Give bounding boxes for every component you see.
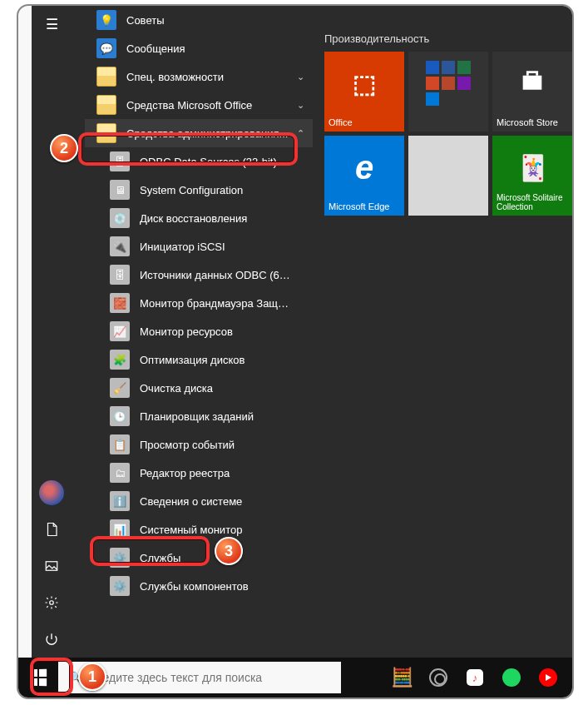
tile-label: Office <box>329 117 400 127</box>
app-list: 💡 Советы 💬 Сообщения Спец. возможности ⌄… <box>85 6 313 658</box>
tile-store[interactable]: Microsoft Store <box>492 52 572 132</box>
app-label: Службы компонентов <box>140 580 291 593</box>
iscsi-icon: 🔌 <box>110 236 130 256</box>
defrag-icon: 🧩 <box>110 350 130 370</box>
regedit-icon: 🗂 <box>110 463 130 483</box>
app-tips[interactable]: 💡 Советы <box>85 6 313 34</box>
folder-icon <box>96 95 116 115</box>
start-button[interactable] <box>18 658 58 698</box>
app-label: Источники данных ODBC (64-раз... <box>140 269 291 281</box>
app-label: Редактор реестра <box>140 467 291 479</box>
svg-rect-0 <box>46 562 57 571</box>
taskbar: 🔍 🧮 ♪ <box>18 658 572 698</box>
start-menu: ☰ 💡 Советы 💬 Сообщени <box>32 6 572 658</box>
chevron-down-icon: ⌄ <box>297 72 304 82</box>
app-label: Средства администрирования... <box>126 127 291 140</box>
event-icon: 📋 <box>110 434 130 454</box>
app-label: Очистка диска <box>140 382 291 395</box>
app-task-scheduler[interactable]: 🕒 Планировщик заданий <box>85 402 313 430</box>
app-services[interactable]: ⚙️ Службы <box>85 544 313 572</box>
app-label: Инициатор iSCSI <box>140 241 291 253</box>
app-label: Оптимизация дисков <box>140 354 291 366</box>
app-label: Сведения о системе <box>140 495 291 508</box>
folder-icon <box>96 123 116 143</box>
taskbar-spotify[interactable] <box>494 658 529 698</box>
app-defrag[interactable]: 🧩 Оптимизация дисков <box>85 345 313 374</box>
start-left-rail: ☰ <box>32 6 72 658</box>
app-label: Монитор брандмауэра Защитник... <box>140 297 291 310</box>
tile-office[interactable]: ⬚ Office <box>324 52 404 132</box>
app-odbc-64[interactable]: 🗄 Источники данных ODBC (64-раз... <box>85 261 313 289</box>
app-disk-cleanup[interactable]: 🧹 Очистка диска <box>85 374 313 402</box>
cleanup-icon: 🧹 <box>110 378 130 398</box>
edge-icon: e <box>355 149 373 186</box>
tile-label: Microsoft Store <box>497 117 568 127</box>
recovery-icon: 💿 <box>110 208 130 228</box>
app-resource-monitor[interactable]: 📈 Монитор ресурсов <box>85 317 313 345</box>
store-icon <box>518 67 546 101</box>
office-apps-icon <box>426 61 471 106</box>
tile-blank[interactable] <box>408 136 488 216</box>
taskbar-itunes[interactable]: ♪ <box>457 658 492 698</box>
app-performance-monitor[interactable]: 📊 Системный монитор <box>85 515 313 544</box>
search-box[interactable]: 🔍 <box>58 662 341 693</box>
hamburger-button[interactable]: ☰ <box>32 6 72 42</box>
app-label: System Configuration <box>140 184 291 196</box>
compservices-icon: ⚙️ <box>110 576 130 596</box>
tiles-area: Производительность ⬚ Office <box>324 32 556 216</box>
power-button[interactable] <box>32 621 72 658</box>
search-input[interactable] <box>89 671 331 684</box>
podcast-icon <box>429 668 447 687</box>
picture-icon <box>44 559 59 573</box>
app-system-info[interactable]: ℹ️ Сведения о системе <box>85 487 313 515</box>
firewall-icon: 🧱 <box>110 293 130 313</box>
calculator-icon: 🧮 <box>391 667 413 688</box>
document-icon <box>44 522 59 537</box>
lightbulb-icon: 💡 <box>96 10 116 30</box>
app-firewall-monitor[interactable]: 🧱 Монитор брандмауэра Защитник... <box>85 289 313 317</box>
chevron-down-icon: ⌄ <box>297 100 304 111</box>
tile-office-apps[interactable] <box>408 52 488 132</box>
folder-ms-office[interactable]: Средства Microsoft Office ⌄ <box>85 91 313 119</box>
services-icon: ⚙️ <box>110 548 130 568</box>
settings-button[interactable] <box>32 584 72 621</box>
documents-button[interactable] <box>32 511 72 548</box>
search-icon: 🔍 <box>68 671 82 684</box>
itunes-icon: ♪ <box>467 669 483 686</box>
app-label: Просмотр событий <box>140 439 291 451</box>
user-avatar-button[interactable] <box>32 474 72 511</box>
app-recovery-drive[interactable]: 💿 Диск восстановления <box>85 204 313 232</box>
perfmon-icon: 📊 <box>110 519 130 539</box>
taskbar-pocketcasts[interactable] <box>421 658 456 698</box>
scheduler-icon: 🕒 <box>110 406 130 426</box>
taskbar-calculator[interactable]: 🧮 <box>384 658 419 698</box>
windows-logo-icon <box>30 669 47 686</box>
app-messages[interactable]: 💬 Сообщения <box>85 34 313 62</box>
app-component-services[interactable]: ⚙️ Службы компонентов <box>85 572 313 600</box>
screenshot-frame: ☰ 💡 Советы 💬 Сообщени <box>17 4 574 699</box>
odbc-icon: 🗄 <box>110 151 130 171</box>
taskbar-youtube[interactable] <box>531 658 566 698</box>
app-label: Монитор ресурсов <box>140 325 291 338</box>
odbc-icon: 🗄 <box>110 265 130 285</box>
spotify-icon <box>502 668 521 687</box>
chevron-up-icon: ⌃ <box>297 128 304 139</box>
tile-solitaire[interactable]: 🃏 Microsoft Solitaire Collection <box>492 136 572 216</box>
tile-edge[interactable]: e Microsoft Edge <box>324 136 404 216</box>
app-label: Сообщения <box>126 42 291 55</box>
pictures-button[interactable] <box>32 548 72 584</box>
folder-ease-of-access[interactable]: Спец. возможности ⌄ <box>85 62 313 91</box>
app-label: ODBC Data Sources (32-bit) <box>140 156 291 168</box>
app-system-configuration[interactable]: 🖥 System Configuration <box>85 176 313 204</box>
app-odbc-32[interactable]: 🗄 ODBC Data Sources (32-bit) <box>85 147 313 176</box>
resmon-icon: 📈 <box>110 321 130 341</box>
avatar-icon <box>39 480 64 505</box>
tiles-group-header[interactable]: Производительность <box>324 32 556 45</box>
app-event-viewer[interactable]: 📋 Просмотр событий <box>85 430 313 459</box>
power-icon <box>44 632 59 647</box>
app-iscsi[interactable]: 🔌 Инициатор iSCSI <box>85 232 313 261</box>
svg-point-1 <box>50 601 54 605</box>
app-label: Диск восстановления <box>140 212 291 225</box>
folder-admin-tools[interactable]: Средства администрирования... ⌃ <box>85 119 313 147</box>
app-registry-editor[interactable]: 🗂 Редактор реестра <box>85 459 313 487</box>
